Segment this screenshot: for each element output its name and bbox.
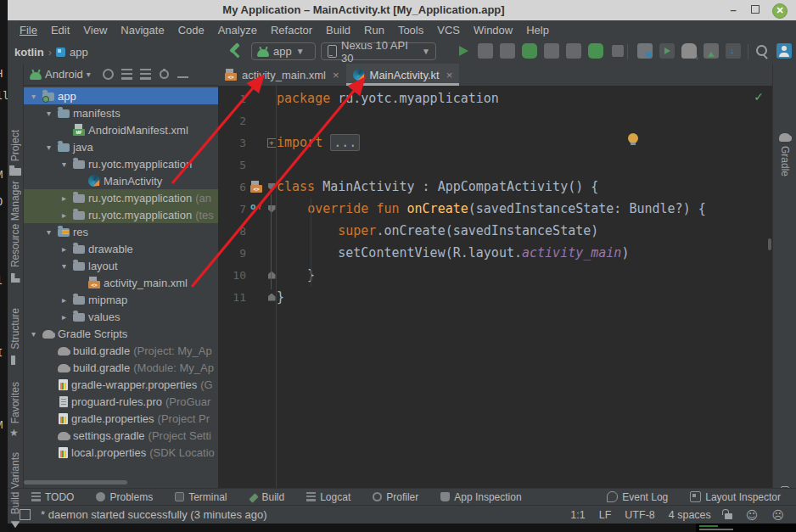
tree-toggle-icon[interactable]: ▾ bbox=[28, 92, 39, 101]
code-line-2[interactable]: 2 bbox=[218, 109, 772, 132]
layout-file-icon[interactable] bbox=[250, 181, 262, 193]
chevron-down-icon[interactable]: ▾ bbox=[87, 70, 91, 79]
sdk-manager-icon[interactable] bbox=[704, 43, 719, 59]
make-project-button[interactable] bbox=[227, 44, 242, 59]
menu-file[interactable]: File bbox=[13, 24, 44, 36]
hide-icon[interactable] bbox=[177, 76, 188, 78]
tree-toggle-icon[interactable]: ▸ bbox=[59, 312, 70, 322]
tree-item-androidmanifest-xml[interactable]: AndroidManifest.xml bbox=[23, 121, 218, 138]
caret-position[interactable]: 1:1 bbox=[570, 509, 585, 521]
tree-item-gradle-wrapper-properties[interactable]: gradle-wrapper.properties(G bbox=[23, 376, 218, 393]
toolwindow-button-logcat[interactable]: Logcat bbox=[306, 491, 350, 503]
fold-marker-icon[interactable] bbox=[268, 294, 276, 301]
locate-icon[interactable] bbox=[103, 69, 114, 80]
code-line-5[interactable]: 5 bbox=[218, 154, 772, 176]
tree-item-java[interactable]: ▾java bbox=[23, 138, 218, 155]
inspection-ok-icon[interactable]: ✓ bbox=[754, 90, 764, 104]
stripe-resource-manager[interactable]: Resource Manager bbox=[8, 181, 23, 284]
fold-marker-icon[interactable] bbox=[268, 205, 276, 213]
menu-analyze[interactable]: Analyze bbox=[211, 24, 264, 36]
menu-tools[interactable]: Tools bbox=[391, 24, 430, 36]
run-icon[interactable] bbox=[456, 43, 471, 59]
tree-toggle-icon[interactable]: ▾ bbox=[28, 329, 39, 339]
minimize-icon[interactable]: – bbox=[726, 3, 740, 17]
run-configuration-select[interactable]: app ▼ bbox=[251, 42, 316, 60]
avd-manager-icon[interactable] bbox=[659, 43, 675, 59]
profile-debuggable-icon[interactable] bbox=[588, 43, 603, 59]
toolwindow-button-event-log[interactable]: Event Log bbox=[607, 491, 668, 503]
fold-marker-icon[interactable] bbox=[267, 138, 277, 148]
close-icon[interactable]: ✕ bbox=[772, 3, 788, 19]
tree-item-gradle-scripts[interactable]: ▾Gradle Scripts bbox=[23, 325, 218, 342]
happy-face-icon[interactable]: ☺ bbox=[746, 509, 759, 521]
tree-item-activity-main-xml[interactable]: activity_main.xml bbox=[23, 274, 218, 291]
project-view-select[interactable]: Android bbox=[45, 68, 83, 81]
expand-all-icon[interactable] bbox=[140, 69, 151, 80]
toolwindow-button-profiler[interactable]: Profiler bbox=[373, 491, 418, 503]
toolwindow-button-todo[interactable]: TODO bbox=[31, 491, 74, 503]
tree-toggle-icon[interactable]: ▸ bbox=[59, 295, 70, 305]
tree-item-app[interactable]: ▾app bbox=[23, 87, 218, 104]
tree-item-build-gradle[interactable]: build.gradle(Module: My_Ap bbox=[23, 359, 218, 376]
tree-item-res[interactable]: ▾res bbox=[23, 223, 218, 240]
tree-item-mainactivity[interactable]: MainActivity bbox=[23, 172, 218, 189]
tree-toggle-icon[interactable]: ▾ bbox=[43, 227, 54, 237]
tree-toggle-icon[interactable]: ▾ bbox=[59, 160, 70, 169]
tree-toggle-icon[interactable]: ▾ bbox=[43, 109, 54, 118]
fold-marker-icon[interactable] bbox=[268, 272, 276, 279]
breadcrumb-app[interactable]: app bbox=[70, 46, 88, 59]
code-editor[interactable]: 1package ru.yotc.myapplication23import .… bbox=[218, 86, 772, 488]
apply-changes-icon[interactable] bbox=[478, 43, 493, 59]
menu-run[interactable]: Run bbox=[357, 24, 391, 36]
menu-build[interactable]: Build bbox=[319, 24, 357, 36]
tree-toggle-icon[interactable]: ▸ bbox=[59, 210, 70, 220]
indent-setting[interactable]: 4 spaces bbox=[669, 509, 711, 521]
tree-item-ru-yotc-myapplication[interactable]: ▾ru.yotc.myapplication bbox=[23, 155, 218, 172]
gradle-sync-icon[interactable] bbox=[681, 43, 697, 59]
tree-item-gradle-properties[interactable]: gradle.properties(Project Pr bbox=[23, 410, 218, 427]
stripe-structure[interactable]: Structure bbox=[8, 308, 23, 367]
tab-activity-main-xml[interactable]: activity_main.xml× bbox=[218, 64, 346, 86]
tree-item-local-properties[interactable]: local.properties(SDK Locatio bbox=[23, 444, 218, 461]
toolwindow-button-layout-inspector[interactable]: Layout Inspector bbox=[690, 491, 781, 503]
file-encoding[interactable]: UTF-8 bbox=[625, 509, 654, 521]
stripe-favorites[interactable]: Favorites bbox=[8, 382, 23, 440]
tree-toggle-icon[interactable]: ▸ bbox=[59, 193, 70, 203]
settings-gear-icon[interactable] bbox=[160, 70, 169, 79]
toolwindow-button-terminal[interactable]: Terminal bbox=[175, 491, 227, 503]
tree-toggle-icon[interactable]: ▸ bbox=[59, 244, 70, 254]
tree-item-mipmap[interactable]: ▸mipmap bbox=[23, 291, 218, 308]
search-icon[interactable] bbox=[754, 43, 770, 59]
apply-code-changes-icon[interactable] bbox=[500, 43, 515, 59]
target-device-select[interactable]: Nexus 10 API 30 ▼ bbox=[321, 42, 436, 60]
user-avatar-icon[interactable] bbox=[776, 43, 792, 59]
tree-toggle-icon[interactable]: ▾ bbox=[43, 143, 54, 152]
stripe-project[interactable]: Project bbox=[8, 130, 23, 176]
code-line-7[interactable]: 7 override fun onCreate(savedInstanceSta… bbox=[218, 198, 772, 220]
menu-edit[interactable]: Edit bbox=[44, 24, 76, 36]
toolwindow-button-problems[interactable]: Problems bbox=[96, 491, 153, 503]
code-line-11[interactable]: 11} bbox=[218, 286, 772, 308]
stop-icon[interactable] bbox=[612, 45, 624, 57]
fold-marker-icon[interactable] bbox=[268, 183, 276, 191]
menu-refactor[interactable]: Refactor bbox=[264, 24, 319, 36]
tree-item-settings-gradle[interactable]: settings.gradle(Project Setti bbox=[23, 427, 218, 444]
toolwindow-button-app-inspection[interactable]: App Inspection bbox=[440, 491, 521, 503]
code-line-1[interactable]: 1package ru.yotc.myapplication bbox=[218, 87, 772, 109]
debug-icon[interactable] bbox=[522, 43, 537, 59]
menu-vcs[interactable]: VCS bbox=[430, 24, 467, 36]
menu-help[interactable]: Help bbox=[519, 24, 556, 36]
menu-view[interactable]: View bbox=[76, 24, 114, 36]
intention-bulb-icon[interactable] bbox=[628, 133, 638, 143]
editor-scrollbar[interactable] bbox=[768, 238, 771, 250]
tree-item-build-gradle[interactable]: build.gradle(Project: My_Ap bbox=[23, 342, 218, 359]
code-line-8[interactable]: 8 super.onCreate(savedInstanceState) bbox=[218, 220, 772, 242]
close-tab-icon[interactable]: × bbox=[333, 69, 339, 81]
restore-icon[interactable] bbox=[748, 3, 762, 17]
project-tree-hscrollbar[interactable] bbox=[24, 480, 127, 484]
attach-debugger-icon[interactable] bbox=[544, 43, 559, 59]
menu-navigate[interactable]: Navigate bbox=[114, 24, 171, 36]
override-method-icon[interactable] bbox=[250, 203, 262, 215]
code-line-9[interactable]: 9 setContentView(R.layout.activity_main) bbox=[218, 242, 772, 264]
tree-item-manifests[interactable]: ▾manifests bbox=[23, 104, 218, 121]
